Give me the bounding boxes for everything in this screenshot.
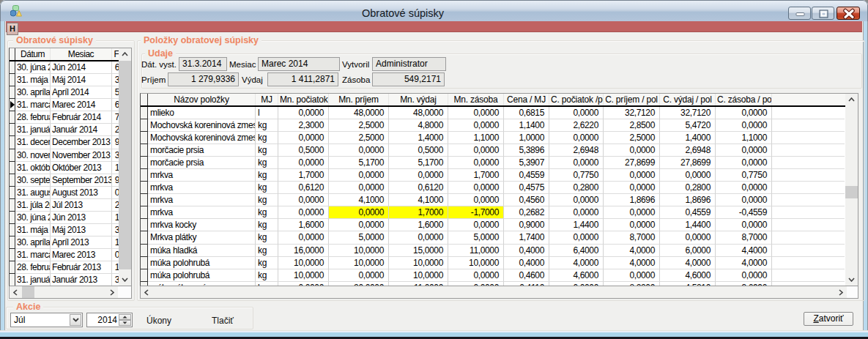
items-table-row[interactable]: mrkvakg0,61200,00000,61200,00000,45750,2… — [141, 182, 858, 194]
vytvoril-field[interactable]: Administrator — [372, 57, 446, 71]
items-cell: 4,0000 — [716, 257, 772, 269]
close-button[interactable] — [837, 7, 860, 20]
left-table-vscrollbar[interactable] — [119, 48, 131, 286]
items-cell: 0,0000 — [604, 169, 660, 182]
minimize-button[interactable] — [788, 7, 811, 20]
items-table-vscrollbar[interactable] — [845, 94, 858, 286]
left-table-row[interactable]: 31. októbra 2013Október 20131 — [10, 162, 131, 174]
left-table-row[interactable]: 30. septembra 2013September 20139 — [10, 174, 131, 187]
items-col-header[interactable]: C. počiatok /pol — [549, 94, 604, 105]
items-cell: 1,1400 — [504, 119, 549, 132]
items-col-header[interactable]: Mn. počiatok — [278, 94, 329, 105]
items-table-row[interactable]: morčacie prsiakg0,00005,17005,17000,0000… — [141, 157, 858, 169]
items-vscroll-up-button[interactable] — [845, 94, 858, 105]
items-col-header[interactable]: MJ — [256, 94, 278, 105]
items-row-indicator — [141, 107, 148, 119]
items-vscroll-thumb[interactable] — [845, 186, 858, 198]
items-table-row[interactable]: mrkvakg1,70000,00000,00001,70000,45590,7… — [141, 169, 858, 182]
items-table-row[interactable]: múka polohrubákg10,000010,000010,000010,… — [141, 257, 858, 269]
items-table-hscrollbar[interactable] — [141, 286, 847, 298]
vydaj-field[interactable]: 1 411,2871 — [267, 72, 338, 86]
items-cell: 1,7400 — [504, 231, 549, 244]
left-row-indicator — [10, 124, 15, 136]
items-table-row[interactable]: morčacie prsiakg0,50000,00000,50000,0000… — [141, 144, 858, 157]
items-table-row[interactable]: mrkvakg0,00004,10004,10000,00000,45600,0… — [141, 194, 858, 206]
items-table-row[interactable]: mliekol0,000048,000048,00000,00000,68150… — [141, 107, 858, 119]
items-table-row[interactable]: mrkva kockykg1,60000,00001,60000,00000,9… — [141, 219, 858, 231]
items-col-header[interactable]: Cena / MJ — [504, 94, 549, 105]
left-row-indicator — [10, 261, 15, 274]
left-table-row[interactable]: 31. mája 2013Máj 20133 — [10, 224, 131, 236]
items-table-row[interactable]: múka hladkákg16,000010,000015,000011,000… — [141, 245, 858, 257]
items-col-header[interactable]: C. výdaj / pol — [660, 94, 716, 105]
h-button[interactable]: H — [7, 23, 18, 35]
zasoba-field[interactable]: 549,2171 — [372, 72, 445, 86]
maximize-icon — [812, 7, 835, 21]
items-table-row[interactable]: mrkvakg0,00000,00001,7000-1,70000,26820,… — [141, 206, 858, 219]
items-cell: 1,7000 — [448, 169, 504, 182]
left-table-row[interactable]: 31. júla 2013Júl 20132 — [10, 199, 131, 212]
items-cell: kg — [256, 257, 278, 269]
items-cell: 2,6948 — [549, 144, 604, 157]
left-table-row[interactable]: 31. mája 2014Máj 20143 — [10, 74, 131, 86]
left-table-row[interactable]: 30. apríla 2013Apríl 20131 — [10, 236, 131, 249]
left-table-hscrollbar[interactable] — [10, 286, 118, 298]
left-table-row[interactable]: 31. decembra 2013December 20139 — [10, 136, 131, 149]
items-cell: 5,0000 — [448, 231, 504, 244]
month-select-value: Júl — [14, 315, 25, 325]
items-cell: 4,8000 — [389, 119, 448, 132]
items-col-header[interactable]: Mn. príjem — [329, 94, 389, 105]
left-table-row[interactable]: 28. februára 2014Február 20147 — [10, 111, 131, 124]
left-table-row[interactable]: 31. januára 2013Január 20133 — [10, 274, 131, 286]
items-table-row[interactable]: múka polohrubákg10,00000,000010,00000,00… — [141, 269, 858, 282]
items-table[interactable]: Názov položkyMJMn. počiatokMn. príjemMn.… — [140, 93, 858, 286]
maximize-button[interactable] — [812, 7, 834, 20]
year-spinner-down-button[interactable] — [119, 320, 131, 326]
zatvorit-button[interactable]: Zatvoriť — [804, 312, 853, 326]
left-row-indicator — [10, 99, 15, 111]
items-col-header[interactable]: C. príjem / pol — [604, 94, 660, 105]
left-table-row[interactable]: 30. novembra 2013November 20133 — [10, 149, 131, 162]
left-table-row[interactable]: 31. augusta 2013August 20130 — [10, 187, 131, 199]
left-table-row[interactable]: 30. júna 2013Jún 20131 — [10, 212, 131, 224]
items-table-row[interactable]: Mochovská koreninová zmeskg0,00002,50001… — [141, 132, 858, 144]
items-col-header[interactable]: C. zásoba / pol — [716, 94, 772, 105]
items-cell: 0,7750 — [716, 169, 772, 182]
left-table-row[interactable]: 31. marca 2014Marec 20146 — [10, 99, 131, 111]
left-table-row[interactable]: 30. apríla 2014Apríl 20145 — [10, 86, 131, 99]
dat-vyst-field[interactable]: 31.3.2014 — [179, 57, 227, 71]
left-table-row[interactable]: 31. januára 2014Január 20142 — [10, 124, 131, 136]
items-vscroll-down-button[interactable] — [845, 274, 858, 286]
month-select[interactable]: Júl — [10, 313, 83, 327]
left-col-header-datum[interactable]: Dátum — [15, 48, 51, 60]
year-spinner-up-button[interactable] — [119, 314, 131, 320]
year-spinner[interactable]: 2014 — [86, 313, 133, 327]
items-cell: 4,1000 — [329, 194, 389, 206]
mesiac-field[interactable]: Marec 2014 — [258, 57, 340, 71]
items-col-header[interactable]: Názov položky — [148, 94, 256, 105]
left-vscroll-thumb[interactable] — [119, 61, 131, 269]
items-table-row[interactable]: Mrkva plátkykg0,00005,00000,00005,00001,… — [141, 231, 858, 244]
prijem-field[interactable]: 1 279,9336 — [168, 72, 239, 86]
items-hscroll-right-button[interactable] — [835, 286, 847, 298]
left-table-row[interactable]: 30. júna 2014Jún 20146 — [10, 62, 131, 74]
left-hscroll-left-button[interactable] — [10, 286, 21, 298]
items-hscroll-left-button[interactable] — [141, 286, 152, 298]
scroll-up-icon — [848, 97, 855, 102]
left-hscroll-right-button[interactable] — [106, 286, 118, 298]
month-select-dropdown-button[interactable] — [70, 314, 81, 326]
left-table-row[interactable]: 28. februára 2013Február 20131 — [10, 261, 131, 274]
left-col-header-mesiac[interactable]: Mesiac — [51, 48, 112, 60]
left-date-table[interactable]: DátumMesiacF30. júna 2014Jún 2014631. má… — [9, 48, 132, 286]
left-table-row[interactable]: 31. marca 2013Marec 20130 — [10, 249, 131, 261]
ukony-button[interactable]: Úkony — [146, 316, 171, 326]
left-hscroll-thumb[interactable] — [22, 286, 34, 298]
left-vscroll-down-button[interactable] — [119, 274, 131, 286]
left-vscroll-up-button[interactable] — [119, 48, 131, 60]
tlacit-button[interactable]: Tlačiť — [212, 316, 234, 326]
items-filler-cell — [772, 245, 845, 257]
items-cell: kg — [256, 231, 278, 244]
items-col-header[interactable]: Mn. zásoba — [448, 94, 504, 105]
items-col-header[interactable]: Mn. výdaj — [389, 94, 448, 105]
items-table-row[interactable]: Mochovská koreninová zmeskg2,30002,50004… — [141, 119, 858, 132]
